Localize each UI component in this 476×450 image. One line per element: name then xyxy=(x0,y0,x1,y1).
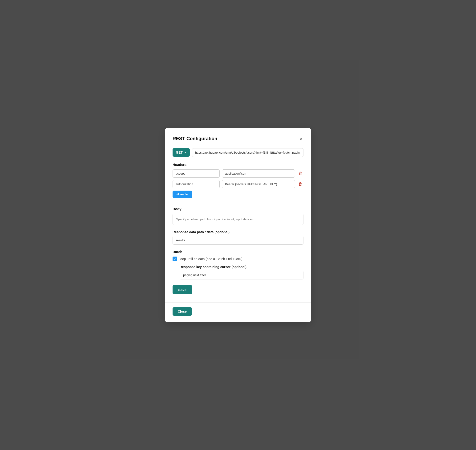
header-value-2[interactable] xyxy=(222,180,295,188)
headers-section: Headers 🗑 🗑 +Header xyxy=(173,163,303,203)
cursor-label: Response key containing cursor (optional… xyxy=(180,265,303,269)
check-icon: ✓ xyxy=(174,257,176,261)
response-data-path-input[interactable] xyxy=(173,236,303,245)
url-input[interactable] xyxy=(192,148,303,157)
header-key-1[interactable] xyxy=(173,169,220,178)
close-footer-button[interactable]: Close xyxy=(173,307,192,316)
body-section: Body xyxy=(173,207,303,225)
method-label: GET xyxy=(176,151,183,154)
modal-close-button[interactable]: × xyxy=(299,136,303,142)
modal-title: REST Configuration xyxy=(173,136,217,141)
batch-loop-checkbox[interactable]: ✓ xyxy=(173,257,177,261)
header-value-1[interactable] xyxy=(222,169,295,178)
footer-row: Close xyxy=(173,307,303,316)
save-button[interactable]: Save xyxy=(173,285,192,294)
header-row-1: 🗑 xyxy=(173,169,303,178)
batch-checkbox-row: ✓ loop until no data (add a 'Batch End' … xyxy=(173,257,303,261)
batch-loop-label: loop until no data (add a 'Batch End' Bl… xyxy=(180,257,243,261)
delete-header-1-button[interactable]: 🗑 xyxy=(297,170,303,177)
cursor-section: Response key containing cursor (optional… xyxy=(180,265,303,279)
header-row-2: 🗑 xyxy=(173,180,303,188)
method-dropdown-button[interactable]: GET ▼ xyxy=(173,148,190,157)
chevron-down-icon: ▼ xyxy=(184,151,186,154)
headers-section-label: Headers xyxy=(173,163,303,166)
batch-section-label: Batch xyxy=(173,250,303,254)
trash-icon-1: 🗑 xyxy=(298,171,302,176)
url-row: GET ▼ xyxy=(173,148,303,157)
footer-divider xyxy=(165,302,311,302)
modal-header: REST Configuration × xyxy=(173,136,303,142)
body-section-label: Body xyxy=(173,207,303,211)
response-section: Response data path : data (optional) xyxy=(173,230,303,245)
cursor-input[interactable] xyxy=(180,271,303,279)
response-label: Response data path : data (optional) xyxy=(173,230,303,234)
batch-section: Batch ✓ loop until no data (add a 'Batch… xyxy=(173,250,303,279)
header-key-2[interactable] xyxy=(173,180,220,188)
trash-icon-2: 🗑 xyxy=(298,182,302,187)
body-input[interactable] xyxy=(173,214,303,225)
delete-header-2-button[interactable]: 🗑 xyxy=(297,181,303,188)
rest-config-modal: REST Configuration × GET ▼ Headers 🗑 xyxy=(165,128,311,322)
add-header-button[interactable]: +Header xyxy=(173,191,192,198)
modal-overlay: REST Configuration × GET ▼ Headers 🗑 xyxy=(0,0,476,450)
